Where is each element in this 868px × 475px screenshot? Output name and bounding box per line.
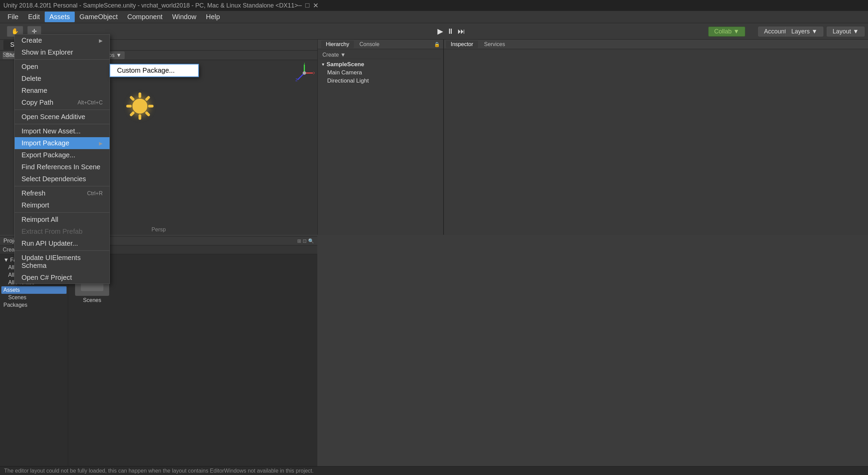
sidebar-scenes[interactable]: Scenes (1, 294, 67, 301)
project-icons: ⊞ ⊡ 🔍 (297, 238, 314, 244)
hierarchy-lock-icon[interactable]: 🔒 (434, 42, 440, 47)
sidebar-assets[interactable]: Assets (1, 286, 67, 294)
status-message: The editor layout could not be fully loa… (4, 468, 314, 474)
import-package-submenu: Custom Package... (110, 64, 199, 77)
svg-text:Z: Z (295, 78, 298, 82)
hierarchy-create-button[interactable]: Create ▼ (320, 51, 441, 59)
maximize-button[interactable]: □ (305, 1, 309, 10)
dropdown-open[interactable]: Open (15, 61, 110, 73)
status-bar: The editor layout could not be fully loa… (0, 466, 868, 475)
dropdown-divider-4 (15, 186, 110, 186)
minimize-button[interactable]: – (298, 1, 302, 10)
scene-name: SampleScene (327, 61, 364, 68)
dropdown-show-explorer[interactable]: Show in Explorer (15, 46, 110, 58)
dropdown-delete[interactable]: Delete (15, 73, 110, 85)
inspector-header: Inspector Services (444, 40, 868, 49)
dropdown-reimport[interactable]: Reimport (15, 199, 110, 211)
scenes-folder-label: Scenes (83, 297, 101, 303)
tab-console[interactable]: Console (355, 41, 384, 48)
main-camera-label: Main Camera (327, 69, 362, 76)
project-body: ▼ Favorites All Materials All Models All… (0, 254, 317, 466)
step-button[interactable]: ⏭ (458, 27, 465, 36)
menu-edit[interactable]: Edit (23, 12, 44, 22)
menu-assets[interactable]: Assets (45, 12, 75, 22)
sun-icon (126, 92, 154, 120)
dropdown-find-references[interactable]: Find References In Scene (15, 161, 110, 173)
svg-text:X: X (313, 71, 315, 75)
dropdown-create[interactable]: Create ▶ (15, 34, 110, 46)
dropdown-rename[interactable]: Rename (15, 85, 110, 97)
layers-button[interactable]: Layers ▼ (785, 27, 823, 37)
project-sidebar: ▼ Favorites All Materials All Models All… (0, 254, 68, 466)
tab-hierarchy[interactable]: Hierarchy (321, 41, 354, 48)
hierarchy-tabs: Hierarchy Console (321, 41, 384, 48)
dropdown-divider-3 (15, 124, 110, 124)
dropdown-reimport-all[interactable]: Reimport All (15, 214, 110, 226)
tab-inspector[interactable]: Inspector (446, 41, 478, 48)
dropdown-divider-1 (15, 59, 110, 60)
dropdown-select-dependencies[interactable]: Select Dependencies (15, 173, 110, 185)
menu-window[interactable]: Window (167, 12, 201, 22)
play-button[interactable]: ▶ (437, 27, 443, 36)
inspector-panel: Inspector Services (444, 40, 868, 235)
title-bar-controls[interactable]: – □ ✕ (298, 1, 319, 10)
menu-file[interactable]: File (3, 12, 23, 22)
menu-bar: File Edit Assets GameObject Component Wi… (0, 11, 868, 23)
svg-point-6 (303, 71, 306, 75)
project-assets: Assets ▼ Scenes (68, 254, 317, 466)
scene-expand-arrow[interactable]: ▼ (321, 62, 325, 67)
hierarchy-scene-item[interactable]: ▼ SampleScene (320, 60, 441, 69)
title-bar-title: Unity 2018.4.20f1 Personal - SampleScene… (3, 2, 298, 9)
menu-component[interactable]: Component (122, 12, 167, 22)
hierarchy-header: Hierarchy Console 🔒 (318, 40, 443, 49)
dropdown-import-new-asset[interactable]: Import New Asset... (15, 125, 110, 137)
dropdown-extract-from-prefab: Extract From Prefab (15, 226, 110, 238)
top-right-buttons: Layers ▼ Layout ▼ (785, 27, 865, 37)
assets-dropdown-menu: Create ▶ Show in Explorer Open Delete Re… (14, 34, 110, 284)
axis-gizmo: X Y Z (294, 63, 315, 83)
dropdown-copy-path[interactable]: Copy Path Alt+Ctrl+C (15, 97, 110, 109)
dropdown-export-package[interactable]: Export Package... (15, 149, 110, 161)
layout-button[interactable]: Layout ▼ (827, 27, 865, 37)
hierarchy-content: Create ▼ ▼ SampleScene Main Camera Direc… (318, 49, 443, 87)
dropdown-divider-5 (15, 212, 110, 213)
sidebar-packages[interactable]: Packages (1, 301, 67, 309)
create-arrow: ▶ (99, 38, 103, 43)
hierarchy-main-camera[interactable]: Main Camera (320, 69, 441, 77)
title-bar: Unity 2018.4.20f1 Personal - SampleScene… (0, 0, 868, 11)
collab-button[interactable]: Collab ▼ (708, 27, 745, 37)
close-button[interactable]: ✕ (313, 1, 319, 10)
directional-light-label: Directional Light (327, 77, 369, 84)
dropdown-open-cs-project[interactable]: Open C# Project (15, 272, 110, 284)
dropdown-run-api-updater[interactable]: Run API Updater... (15, 238, 110, 249)
persp-label: Persp (151, 227, 166, 233)
menu-help[interactable]: Help (201, 12, 225, 22)
hierarchy-panel: Hierarchy Console 🔒 Create ▼ ▼ SampleSce… (317, 40, 444, 235)
dropdown-update-ui-schema[interactable]: Update UIElements Schema (15, 252, 110, 272)
tab-services[interactable]: Services (479, 41, 510, 48)
import-package-arrow: ▶ (99, 141, 103, 146)
dropdown-refresh[interactable]: Refresh Ctrl+R (15, 187, 110, 199)
dropdown-divider-2 (15, 110, 110, 110)
svg-text:Y: Y (303, 63, 306, 65)
menu-gameobject[interactable]: GameObject (75, 12, 122, 22)
pause-button[interactable]: ⏸ (447, 27, 454, 36)
hierarchy-directional-light[interactable]: Directional Light (320, 77, 441, 85)
submenu-custom-package[interactable]: Custom Package... (110, 64, 198, 76)
favorites-arrow: ▼ (3, 257, 9, 263)
dropdown-import-package[interactable]: Import Package ▶ (15, 137, 110, 149)
dropdown-open-scene-additive[interactable]: Open Scene Additive (15, 111, 110, 123)
dropdown-divider-6 (15, 250, 110, 251)
